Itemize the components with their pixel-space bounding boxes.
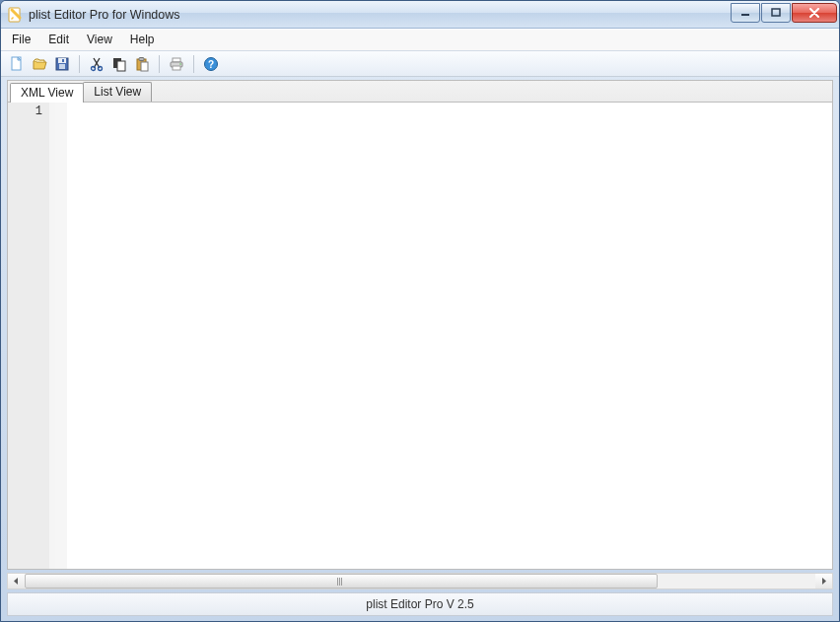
menu-edit[interactable]: Edit — [39, 30, 78, 50]
svg-point-8 — [92, 66, 96, 70]
menubar: File Edit View Help — [1, 29, 839, 50]
toolbar-separator — [193, 55, 194, 73]
content-area: XML View List View 1 — [7, 80, 833, 570]
close-button[interactable] — [792, 3, 837, 23]
maximize-button[interactable] — [761, 3, 791, 23]
svg-rect-15 — [173, 58, 180, 62]
editor-body[interactable] — [67, 103, 832, 569]
copy-button[interactable] — [109, 54, 129, 74]
maximize-icon — [771, 8, 781, 18]
chevron-left-icon — [13, 578, 20, 585]
titlebar[interactable]: plist Editor Pro for Windows — [1, 1, 839, 29]
window-controls — [731, 3, 837, 23]
line-gutter: 1 — [8, 103, 55, 569]
toolbar: ? — [1, 50, 839, 77]
open-file-icon — [32, 56, 47, 72]
tabstrip: XML View List View — [7, 80, 833, 102]
scrollbar-thumb[interactable] — [25, 574, 658, 588]
editor[interactable]: 1 — [7, 102, 833, 570]
print-button[interactable] — [167, 54, 186, 74]
svg-rect-1 — [741, 14, 749, 16]
statusbar: plist Editor Pro V 2.5 — [7, 592, 833, 616]
new-file-icon — [9, 56, 25, 72]
copy-icon — [111, 56, 127, 72]
fold-gutter — [55, 103, 67, 569]
help-button[interactable]: ? — [201, 54, 221, 74]
window-title: plist Editor Pro for Windows — [29, 8, 731, 22]
app-window: plist Editor Pro for Windows File Edit V… — [0, 0, 840, 622]
svg-rect-13 — [139, 57, 144, 60]
status-text: plist Editor Pro V 2.5 — [366, 597, 473, 611]
svg-rect-2 — [772, 9, 780, 16]
open-file-button[interactable] — [30, 54, 49, 74]
svg-rect-17 — [173, 66, 180, 70]
svg-rect-11 — [117, 61, 125, 71]
print-icon — [169, 56, 184, 72]
new-file-button[interactable] — [7, 54, 27, 74]
cut-button[interactable] — [87, 54, 106, 74]
paste-icon — [134, 56, 150, 72]
svg-point-18 — [179, 63, 181, 65]
svg-text:?: ? — [208, 59, 214, 70]
line-number: 1 — [35, 104, 42, 118]
toolbar-separator — [79, 55, 80, 73]
menu-view[interactable]: View — [78, 30, 121, 50]
chevron-right-icon — [820, 578, 827, 585]
svg-rect-6 — [59, 64, 65, 69]
svg-rect-7 — [62, 59, 64, 62]
menu-file[interactable]: File — [3, 30, 39, 50]
minimize-icon — [740, 8, 750, 18]
scroll-right-button[interactable] — [815, 574, 832, 588]
save-icon — [54, 56, 70, 72]
menu-help[interactable]: Help — [121, 30, 164, 50]
scrollbar-track[interactable] — [25, 574, 815, 588]
help-icon: ? — [203, 56, 219, 72]
tab-list-view[interactable]: List View — [83, 82, 152, 102]
svg-point-9 — [99, 66, 103, 70]
tab-xml-view[interactable]: XML View — [10, 83, 84, 103]
cut-icon — [89, 56, 105, 72]
toolbar-separator — [159, 55, 160, 73]
svg-rect-14 — [141, 62, 148, 71]
paste-button[interactable] — [132, 54, 152, 74]
horizontal-scrollbar[interactable] — [7, 573, 833, 589]
app-icon — [7, 7, 23, 23]
minimize-button[interactable] — [731, 3, 760, 23]
close-icon — [808, 8, 820, 18]
save-button[interactable] — [52, 54, 72, 74]
scroll-left-button[interactable] — [8, 574, 25, 588]
